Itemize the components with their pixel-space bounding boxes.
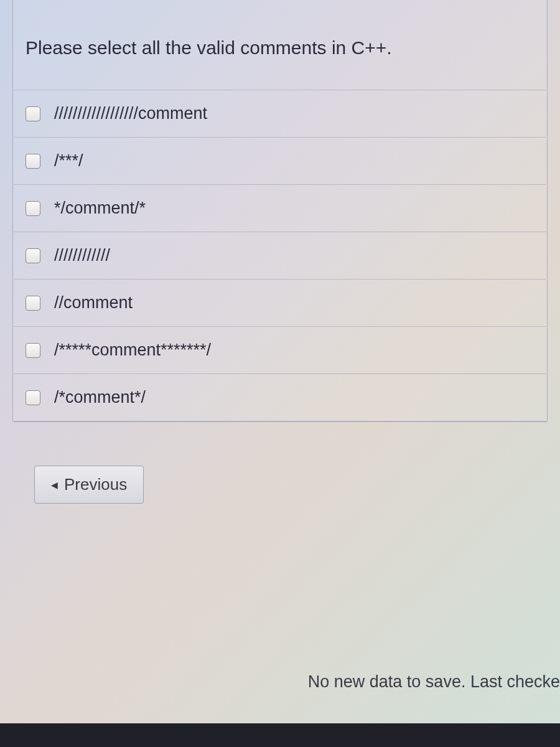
option-row[interactable]: /*****comment*******/: [14, 326, 546, 374]
checkbox[interactable]: [26, 296, 40, 311]
nav-row: ◀ Previous: [34, 466, 560, 504]
previous-button-label: Previous: [64, 475, 127, 494]
checkbox[interactable]: [26, 343, 40, 358]
question-panel: Please select all the valid comments in …: [12, 0, 548, 422]
option-label: //comment: [54, 293, 133, 312]
checkbox[interactable]: [26, 106, 40, 121]
option-label: /***/: [54, 151, 83, 171]
option-row[interactable]: /*comment*/: [14, 374, 546, 421]
save-status-text: No new data to save. Last checke: [308, 672, 560, 692]
checkbox[interactable]: [26, 154, 40, 169]
checkbox[interactable]: [26, 248, 40, 263]
taskbar: [0, 723, 560, 747]
option-row[interactable]: /***/: [14, 137, 546, 184]
option-row[interactable]: */comment/*: [14, 184, 546, 232]
option-label: ////////////: [54, 246, 110, 265]
option-label: /*****comment*******/: [54, 341, 211, 360]
question-prompt: Please select all the valid comments in …: [26, 37, 534, 59]
option-row[interactable]: //////////////////comment: [14, 90, 546, 137]
checkbox[interactable]: [26, 390, 40, 405]
option-label: */comment/*: [54, 199, 146, 218]
option-row[interactable]: ////////////: [14, 232, 546, 279]
option-label: /*comment*/: [54, 388, 146, 407]
previous-button[interactable]: ◀ Previous: [34, 466, 144, 504]
option-label: //////////////////comment: [54, 104, 207, 123]
options-list: //////////////////comment /***/ */commen…: [14, 90, 546, 421]
option-row[interactable]: //comment: [14, 279, 546, 326]
checkbox[interactable]: [26, 201, 40, 216]
left-triangle-icon: ◀: [51, 480, 58, 490]
